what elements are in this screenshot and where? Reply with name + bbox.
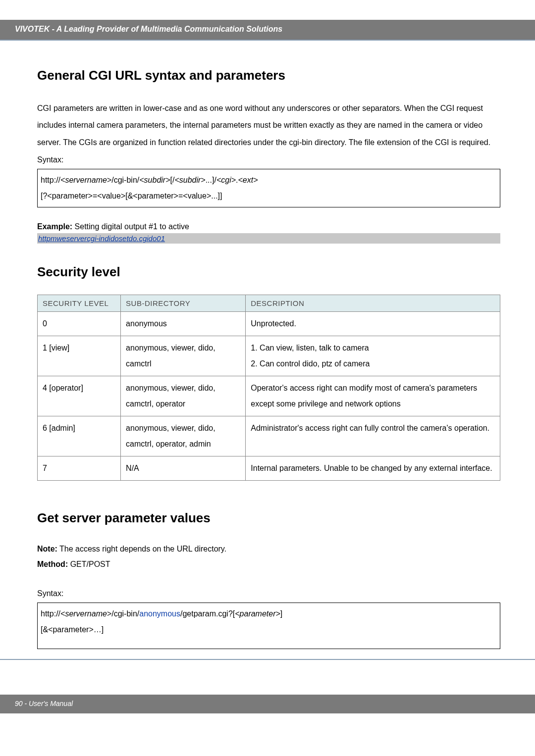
cell-subdir: anonymous, viewer, dido, camctrl, operat… xyxy=(121,376,246,416)
syntax-box-1: http://<servername>/cgi-bin/<subdir>[/<s… xyxy=(37,169,500,207)
cell-level: 6 [admin] xyxy=(38,416,121,456)
security-level-table: SECURITY LEVEL SUB-DIRECTORY DESCRIPTION… xyxy=(37,295,500,481)
method-text: GET/POST xyxy=(68,560,110,568)
page-content: General CGI URL syntax and parameters CG… xyxy=(0,41,535,659)
th-subdir: SUB-DIRECTORY xyxy=(121,295,246,312)
syntax-part: <servername> xyxy=(60,176,111,184)
syntax-box-2: http://<servername>/cgi-bin/anonymous/ge… xyxy=(37,603,500,649)
syntax-part: anonymous xyxy=(139,609,180,618)
syntax-part: http:// xyxy=(41,609,60,618)
cell-desc: Operator's access right can modify most … xyxy=(246,376,500,416)
example-url[interactable]: httpmweservercgi-indidosetdo.cgido01 xyxy=(38,234,254,243)
syntax-line-2: [?<parameter>=<value>[&<parameter>=<valu… xyxy=(41,188,497,204)
th-desc: DESCRIPTION xyxy=(246,295,500,312)
section2-title: Security level xyxy=(37,264,500,280)
syntax-part: ...]/ xyxy=(206,176,216,184)
syntax-part: /getparam.cgi?[ xyxy=(180,609,235,618)
cell-level: 7 xyxy=(38,456,121,481)
note-line: Note: The access right depends on the UR… xyxy=(37,542,500,556)
table-row: 0 anonymous Unprotected. xyxy=(38,312,500,336)
header-brand: VIVOTEK - A Leading Provider of Multimed… xyxy=(15,25,282,33)
section1-title: General CGI URL syntax and parameters xyxy=(37,68,500,83)
cell-subdir: anonymous, viewer, dido, camctrl xyxy=(121,336,246,376)
header-band: VIVOTEK - A Leading Provider of Multimed… xyxy=(0,20,535,40)
table-row: 4 [operator] anonymous, viewer, dido, ca… xyxy=(38,376,500,416)
syntax-part: ] xyxy=(280,609,282,618)
cell-desc: Administrator's access right can fully c… xyxy=(246,416,500,456)
cell-subdir: anonymous xyxy=(121,312,246,336)
syntax-part: http:// xyxy=(41,176,60,184)
cell-subdir: anonymous, viewer, dido, camctrl, operat… xyxy=(121,416,246,456)
syntax2-line-1: http://<servername>/cgi-bin/anonymous/ge… xyxy=(41,606,497,622)
footer-text: 90 - User's Manual xyxy=(15,700,73,707)
footer-divider xyxy=(0,659,535,660)
th-level: SECURITY LEVEL xyxy=(38,295,121,312)
example-line: Example: Setting digital output #1 to ac… xyxy=(37,222,500,231)
section3-title: Get server parameter values xyxy=(37,510,500,526)
cell-subdir: N/A xyxy=(121,456,246,481)
example-label: Example: xyxy=(37,222,72,231)
note-text: The access right depends on the URL dire… xyxy=(57,545,226,553)
syntax-label-2: Syntax: xyxy=(37,586,500,602)
syntax-part: /cgi-bin/ xyxy=(111,609,139,618)
table-row: 1 [view] anonymous, viewer, dido, camctr… xyxy=(38,336,500,376)
table-row: 6 [admin] anonymous, viewer, dido, camct… xyxy=(38,416,500,456)
table-header-row: SECURITY LEVEL SUB-DIRECTORY DESCRIPTION xyxy=(38,295,500,312)
method-label: Method: xyxy=(37,560,68,568)
syntax-line-1: http://<servername>/cgi-bin/<subdir>[/<s… xyxy=(41,172,497,188)
syntax-part: <subdir> xyxy=(174,176,205,184)
section1-para: CGI parameters are written in lower-case… xyxy=(37,100,500,151)
cell-level: 1 [view] xyxy=(38,336,121,376)
cell-desc: 1. Can view, listen, talk to camera 2. C… xyxy=(246,336,500,376)
example-text: Setting digital output #1 to active xyxy=(72,222,189,231)
syntax-part: <servername> xyxy=(60,609,111,618)
cell-desc: Unprotected. xyxy=(246,312,500,336)
example-url-bar: httpmweservercgi-indidosetdo.cgido01 xyxy=(37,233,500,244)
cell-level: 4 [operator] xyxy=(38,376,121,416)
syntax-part: <cgi> xyxy=(216,176,236,184)
syntax2-line-2: [&<parameter>…] xyxy=(41,622,497,638)
note-label: Note: xyxy=(37,545,57,553)
table-row: 7 N/A Internal parameters. Unable to be … xyxy=(38,456,500,481)
syntax-part: <ext> xyxy=(238,176,258,184)
syntax-part: /cgi-bin/ xyxy=(111,176,139,184)
cell-level: 0 xyxy=(38,312,121,336)
syntax-part: <parameter> xyxy=(235,609,280,618)
cell-desc: Internal parameters. Unable to be change… xyxy=(246,456,500,481)
syntax-part: <subdir> xyxy=(139,176,170,184)
footer-band: 90 - User's Manual xyxy=(0,695,535,713)
method-line: Method: GET/POST xyxy=(37,557,500,572)
syntax-label-1: Syntax: xyxy=(37,152,500,168)
